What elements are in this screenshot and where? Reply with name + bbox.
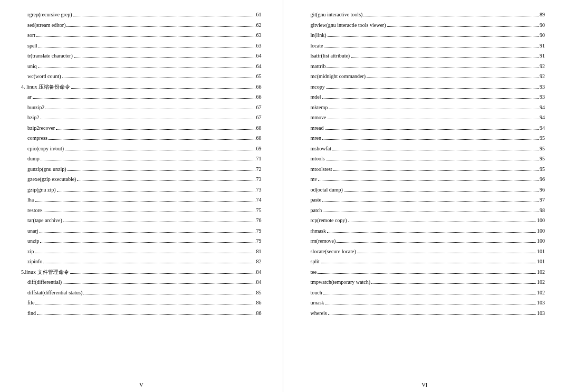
toc-dots: [38, 68, 255, 68]
toc-dots: [41, 160, 255, 160]
toc-entry: tmpwatch(temporary watch)102: [311, 278, 545, 286]
toc-entry: lsattr(list attribute)91: [311, 52, 545, 60]
toc-entry-label: gunzip(gnu unzip): [27, 165, 66, 173]
toc-dots: [63, 283, 255, 284]
toc-entry-page: 75: [256, 206, 262, 214]
toc-entry-page: 103: [537, 299, 545, 307]
toc-entry-page: 65: [256, 72, 262, 80]
toc-entry: diff(differential)84: [27, 278, 262, 286]
toc-dots: [326, 160, 539, 160]
toc-entry-label: ar: [27, 93, 32, 101]
toc-dots: [83, 294, 255, 294]
toc-entry-page: 84: [256, 268, 262, 276]
toc-dots: [33, 98, 255, 99]
toc-entry: ar66: [27, 93, 262, 101]
page-number-right: VI: [283, 382, 567, 388]
toc-entry: gzip(gnu zip)73: [27, 186, 262, 194]
toc-entry-page: 92: [540, 62, 545, 70]
toc-entry-page: 93: [540, 93, 545, 101]
toc-dots: [37, 314, 255, 315]
toc-entry-label: 5.linux 文件管理命令: [21, 268, 69, 276]
toc-entry: slocate(secure locate)101: [311, 247, 545, 255]
toc-entry-page: 101: [537, 257, 545, 265]
toc-entry-label: mren: [311, 134, 322, 142]
toc-entry: rgrep(recursive grep)61: [27, 11, 262, 18]
toc-list-left: rgrep(recursive grep)61sed(stream editor…: [21, 11, 262, 317]
toc-entry-label: umask: [311, 299, 324, 307]
toc-entry-label: unarj: [27, 227, 39, 235]
toc-dots: [40, 119, 255, 119]
toc-entry: dump71: [27, 155, 262, 162]
toc-entry-page: 95: [540, 134, 545, 142]
toc-dots: [325, 129, 539, 130]
toc-entry: patch98: [311, 206, 545, 214]
toc-dots: [49, 139, 255, 140]
toc-entry: tee102: [311, 268, 545, 276]
toc-dots: [327, 232, 536, 233]
toc-dots: [77, 180, 255, 181]
toc-dots: [322, 201, 539, 202]
toc-entry-page: 61: [256, 11, 262, 18]
toc-dots: [63, 222, 255, 222]
toc-entry-page: 67: [256, 103, 262, 111]
toc-entry: rhmask100: [311, 227, 545, 235]
toc-entry-page: 97: [540, 196, 545, 204]
toc-entry-label: ln(link): [311, 31, 327, 39]
toc-entry-page: 94: [540, 103, 545, 111]
toc-entry-page: 73: [256, 175, 262, 183]
toc-entry-label: mattrib: [311, 62, 326, 70]
toc-entry: mshowfat95: [311, 145, 545, 152]
toc-entry-page: 102: [537, 289, 545, 297]
toc-entry-label: tee: [311, 268, 317, 276]
toc-entry-page: 102: [537, 268, 545, 276]
toc-entry-label: 4. linux 压缩备份命令: [21, 83, 70, 91]
toc-entry-label: locate: [311, 42, 323, 50]
toc-entry: find86: [27, 309, 262, 317]
toc-list-right: git(gnu interactive tools)89gitview(gnu …: [304, 11, 545, 317]
toc-entry-label: mktemp: [311, 103, 328, 111]
toc-entry-label: gzexe(gzip executable): [27, 175, 76, 183]
toc-dots: [327, 68, 539, 68]
toc-entry-label: mcopy: [311, 83, 325, 91]
toc-entry-label: mtools: [311, 155, 325, 162]
toc-dots: [367, 78, 539, 78]
toc-dots: [337, 242, 536, 243]
toc-entry-label: rcp(remote copy): [311, 216, 347, 224]
toc-dots: [324, 47, 539, 47]
toc-dots: [43, 212, 255, 212]
toc-entry-label: touch: [311, 289, 322, 297]
toc-entry: whereis103: [311, 309, 545, 317]
toc-entry-label: uniq: [27, 62, 37, 70]
toc-entry: bzip267: [27, 113, 262, 121]
toc-dots: [35, 304, 255, 304]
toc-entry-label: compress: [27, 134, 47, 142]
toc-entry-label: tar(tape archive): [27, 216, 62, 224]
toc-entry-page: 67: [256, 113, 262, 121]
toc-entry-page: 82: [256, 257, 262, 265]
toc-dots: [36, 36, 255, 37]
toc-entry-label: tmpwatch(temporary watch): [311, 278, 371, 286]
toc-entry-page: 66: [256, 93, 262, 101]
toc-entry: gunzip(gnu unzip)72: [27, 165, 262, 173]
toc-entry-label: whereis: [311, 309, 327, 317]
toc-entry-label: rhmask: [311, 227, 326, 235]
toc-entry-page: 69: [256, 145, 262, 152]
toc-entry-page: 85: [256, 289, 262, 297]
toc-dots: [323, 212, 539, 212]
toc-dots: [39, 47, 255, 47]
toc-dots: [35, 253, 255, 253]
toc-entry-label: lha: [27, 196, 34, 204]
toc-entry-page: 86: [256, 309, 262, 317]
toc-entry: rm(remove)100: [311, 237, 545, 245]
toc-entry-page: 74: [256, 196, 262, 204]
toc-entry-label: rgrep(recursive grep): [27, 11, 72, 18]
toc-entry-label: bzip2: [27, 113, 39, 121]
toc-entry-page: 93: [540, 83, 545, 91]
toc-dots: [328, 36, 539, 37]
page-spread: rgrep(recursive grep)61sed(stream editor…: [0, 0, 566, 392]
page-number-left: V: [0, 382, 283, 388]
toc-entry: umask103: [311, 299, 545, 307]
toc-entry: spell63: [27, 42, 262, 50]
toc-entry-page: 63: [256, 42, 262, 50]
toc-dots: [65, 150, 255, 150]
